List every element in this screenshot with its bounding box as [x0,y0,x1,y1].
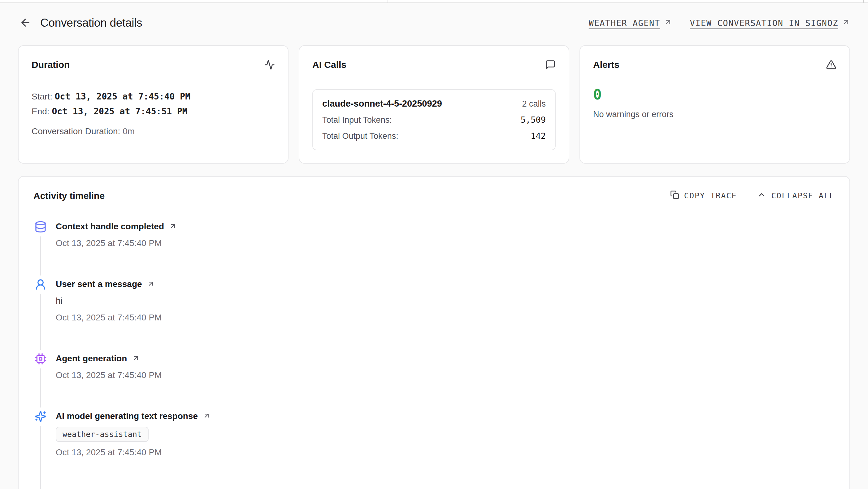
arrow-up-right-icon [203,412,211,421]
alerts-card: Alerts 0 No warnings or errors [580,45,850,164]
timeline-connector [40,236,41,276]
timeline-item-link[interactable]: Context handle completed [56,220,177,233]
arrow-up-right-icon [147,280,155,289]
output-tokens-row: Total Output Tokens: 142 [322,131,546,141]
end-time-row: End: Oct 13, 2025 at 7:45:51 PM [32,105,275,118]
arrow-up-right-icon [169,222,177,231]
weather-agent-link-label: WEATHER AGENT [589,18,660,28]
timeline-item-title: AI model generating text response [56,410,198,422]
alert-triangle-icon [826,59,836,71]
alerts-card-title: Alerts [593,59,619,70]
copy-icon [670,190,679,201]
timeline-item-link[interactable]: AI model generating text response [56,410,211,422]
timeline-connector [40,426,41,489]
chrome-divider [863,0,864,3]
activity-timeline-card: Activity timeline COPY TRACE COLLAPSE AL… [18,176,850,489]
output-tokens-value: 142 [531,131,546,141]
sparkles-icon [34,410,47,423]
timeline-item-title: Context handle completed [56,220,164,233]
model-call-count: 2 calls [522,99,546,109]
view-conversation-in-signoz-link[interactable]: VIEW CONVERSATION IN SIGNOZ [690,18,850,28]
page-header: Conversation details WEATHER AGENT VIEW … [0,16,868,30]
end-value: Oct 13, 2025 at 7:45:51 PM [52,106,187,117]
timeline-item-timestamp: Oct 13, 2025 at 7:45:40 PM [56,311,162,324]
conversation-duration-row: Conversation Duration: 0m [32,125,275,138]
external-link-icon [842,18,850,28]
end-label: End: [32,107,50,116]
timeline-connector [40,294,41,350]
timeline-item: User sent a message hi Oct 13, 2025 at 7… [33,278,835,352]
arrow-up-right-icon [132,354,140,363]
output-tokens-label: Total Output Tokens: [322,132,398,141]
duration-card: Duration Start: Oct 13, 2025 at 7:45:40 … [18,45,288,164]
copy-trace-label: COPY TRACE [684,191,737,200]
timeline-item-link[interactable]: Agent generation [56,352,162,365]
alert-message: No warnings or errors [593,110,836,119]
ai-calls-card-title: AI Calls [312,59,346,70]
view-conversation-link-label: VIEW CONVERSATION IN SIGNOZ [690,18,838,28]
collapse-all-button[interactable]: COLLAPSE ALL [757,190,835,201]
timeline-item-link[interactable]: User sent a message [56,278,162,290]
timeline-item: Context handle completed Oct 13, 2025 at… [33,220,835,278]
input-tokens-row: Total Input Tokens: 5,509 [322,115,546,125]
chrome-divider [388,0,388,3]
alert-count: 0 [593,87,836,102]
database-icon [34,220,47,233]
conversation-duration-label: Conversation Duration: [32,126,120,136]
collapse-all-label: COLLAPSE ALL [771,191,835,200]
arrow-left-icon [20,17,31,29]
timeline-item-timestamp: Oct 13, 2025 at 7:45:40 PM [56,446,211,459]
conversation-duration-value: 0m [123,126,135,136]
activity-timeline-title: Activity timeline [33,191,105,201]
timeline-item: AI model generating text response weathe… [33,410,835,489]
timeline-item-title: User sent a message [56,278,142,290]
weather-agent-link[interactable]: WEATHER AGENT [589,18,672,28]
back-button[interactable] [18,16,33,30]
agent-name-badge: weather-assistant [56,427,149,442]
timeline-item-message: hi [56,295,162,307]
input-tokens-value: 5,509 [521,115,546,124]
start-value: Oct 13, 2025 at 7:45:40 PM [55,91,190,102]
chevron-up-icon [757,190,766,201]
timeline-item: Agent generation Oct 13, 2025 at 7:45:40… [33,352,835,410]
model-usage-box: claude-sonnet-4-5-20250929 2 calls Total… [312,89,556,150]
browser-chrome-strip [0,0,868,3]
start-time-row: Start: Oct 13, 2025 at 7:45:40 PM [32,90,275,103]
model-name: claude-sonnet-4-5-20250929 [322,98,442,109]
copy-trace-button[interactable]: COPY TRACE [670,190,737,201]
timeline-items: Context handle completed Oct 13, 2025 at… [33,220,835,489]
page-title: Conversation details [40,17,142,29]
timeline-item-timestamp: Oct 13, 2025 at 7:45:40 PM [56,237,177,250]
user-icon [34,278,47,291]
duration-card-title: Duration [32,59,70,70]
ai-calls-card: AI Calls claude-sonnet-4-5-20250929 2 ca… [299,45,569,164]
activity-icon [265,59,275,71]
timeline-connector [40,369,41,407]
cpu-icon [34,352,47,365]
start-label: Start: [32,92,52,101]
summary-cards-row: Duration Start: Oct 13, 2025 at 7:45:40 … [18,45,850,164]
message-square-icon [545,59,556,71]
input-tokens-label: Total Input Tokens: [322,115,392,125]
timeline-item-timestamp: Oct 13, 2025 at 7:45:40 PM [56,369,162,381]
timeline-item-title: Agent generation [56,352,127,365]
external-link-icon [664,18,672,28]
